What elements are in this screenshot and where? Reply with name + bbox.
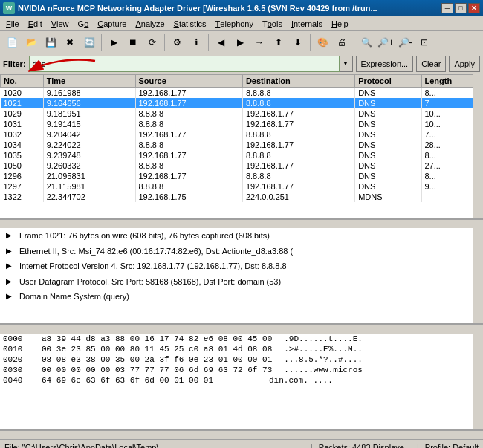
cell-dst: 192.168.1.77	[242, 108, 354, 119]
table-row[interactable]: 1031 9.191415 8.8.8.8 192.168.1.77 DNS 1…	[1, 119, 483, 129]
expression-button[interactable]: Expression...	[356, 56, 414, 72]
menu-edit[interactable]: Edit	[24, 16, 47, 30]
packet-list-hscroll[interactable]	[0, 219, 483, 228]
detail-text: User Datagram Protocol, Src Port: 58168 …	[19, 276, 281, 288]
cell-no: 1032	[1, 129, 44, 140]
tb-fwd-btn[interactable]: ▶	[231, 33, 249, 51]
menu-internals[interactable]: Internals	[287, 16, 327, 30]
apply-button[interactable]: Apply	[449, 56, 480, 72]
packet-detail: ▶Frame 1021: 76 bytes on wire (608 bits)…	[0, 228, 483, 325]
table-row[interactable]: 1296 21.095831 192.168.1.77 8.8.8.8 DNS …	[1, 171, 483, 181]
detail-row[interactable]: ▶Domain Name System (query)	[0, 289, 483, 305]
tb-zoom-normal[interactable]: ⊡	[415, 33, 433, 51]
tb-open-btn[interactable]: 📂	[22, 33, 40, 51]
col-header-src[interactable]: Source	[135, 75, 242, 88]
maximize-button[interactable]: □	[455, 3, 467, 13]
table-row[interactable]: 1322 22.344702 192.168.1.75 224.0.0.251 …	[1, 192, 483, 202]
cell-time: 21.115981	[43, 181, 135, 192]
menu-capture[interactable]: Capture	[93, 16, 131, 30]
detail-scrollbar[interactable]	[473, 228, 483, 323]
hex-row: 0040 64 69 6e 63 6f 63 6f 6d 00 01 00 01…	[0, 375, 483, 386]
tb-bottom-btn[interactable]: ⬇	[289, 33, 307, 51]
hex-ascii: ...8.5.*?..#....	[284, 355, 363, 364]
detail-text: Internet Protocol Version 4, Src: 192.16…	[19, 260, 287, 273]
menu-view[interactable]: View	[47, 16, 74, 30]
tb-close-btn[interactable]: ✖	[61, 33, 79, 51]
expand-icon[interactable]: ▶	[6, 260, 15, 271]
tb-new-btn[interactable]: 📄	[3, 33, 21, 51]
table-row[interactable]: 1034 9.224022 8.8.8.8 192.168.1.77 DNS 2…	[1, 140, 483, 150]
tb-info-btn[interactable]: ℹ	[187, 33, 205, 51]
detail-row[interactable]: ▶Frame 1021: 76 bytes on wire (608 bits)…	[0, 228, 483, 244]
col-header-no[interactable]: No.	[1, 75, 44, 88]
tb-top-btn[interactable]: ⬆	[270, 33, 288, 51]
expand-icon[interactable]: ▶	[6, 245, 15, 256]
detail-text: Domain Name System (query)	[19, 290, 129, 303]
tb-stop-btn[interactable]: ⏹	[124, 33, 142, 51]
cell-proto: DNS	[355, 88, 421, 99]
table-row[interactable]: 1020 9.161988 192.168.1.77 8.8.8.8 DNS 8…	[1, 88, 483, 99]
menu-go[interactable]: Go	[74, 16, 94, 30]
detail-row[interactable]: ▶Internet Protocol Version 4, Src: 192.1…	[0, 259, 483, 274]
col-header-proto[interactable]: Protocol	[355, 75, 421, 88]
tb-back-btn[interactable]: ◀	[212, 33, 230, 51]
detail-hscroll[interactable]	[0, 325, 483, 334]
hex-row: 0000 a8 39 44 d8 a3 88 00 16 17 74 82 e6…	[0, 334, 483, 344]
table-row[interactable]: 1297 21.115981 8.8.8.8 192.168.1.77 DNS …	[1, 181, 483, 192]
packet-list: No. Time Source Destination Protocol Len…	[0, 74, 483, 219]
tb-save-btn[interactable]: 💾	[42, 33, 59, 51]
hex-offset: 0010	[3, 345, 30, 354]
clear-button[interactable]: Clear	[416, 56, 446, 72]
filter-input[interactable]	[29, 56, 340, 72]
expand-icon[interactable]: ▶	[6, 230, 15, 241]
tb-start-btn[interactable]: ▶	[105, 33, 123, 51]
tb-coloring-btn[interactable]: 🎨	[314, 33, 331, 51]
cell-dst: 192.168.1.77	[242, 160, 354, 171]
detail-text: Ethernet II, Src: Msi_74:82:e6 (00:16:17…	[19, 245, 293, 258]
menu-file[interactable]: File	[1, 16, 24, 30]
packet-list-scrollbar[interactable]	[473, 74, 483, 218]
cell-dst: 8.8.8.8	[242, 98, 354, 108]
detail-row[interactable]: ▶User Datagram Protocol, Src Port: 58168…	[0, 274, 483, 290]
col-header-dst[interactable]: Destination	[242, 75, 354, 88]
detail-row[interactable]: ▶Ethernet II, Src: Msi_74:82:e6 (00:16:1…	[0, 244, 483, 259]
hex-ascii: din.com. ....	[269, 376, 333, 385]
minimize-button[interactable]: ─	[441, 3, 453, 13]
table-row[interactable]: 1050 9.260332 8.8.8.8 192.168.1.77 DNS 2…	[1, 160, 483, 171]
tb-restart-btn[interactable]: ⟳	[143, 33, 161, 51]
col-header-time[interactable]: Time	[43, 75, 135, 88]
cell-dst: 192.168.1.77	[242, 119, 354, 129]
tb-zoomin-btn[interactable]: 🔎+	[377, 33, 395, 51]
expand-icon[interactable]: ▶	[6, 290, 15, 302]
expand-icon[interactable]: ▶	[6, 276, 15, 287]
tb-zoomout-btn[interactable]: 🔎-	[396, 33, 414, 51]
hex-offset: 0020	[3, 355, 30, 364]
hex-dump: 0000 a8 39 44 d8 a3 88 00 16 17 74 82 e6…	[0, 334, 483, 430]
menu-bar: File Edit View Go Capture Analyze Statis…	[0, 16, 483, 31]
filter-dropdown-btn[interactable]: ▼	[340, 56, 353, 72]
menu-tools[interactable]: Tools	[258, 16, 287, 30]
tb-print-btn[interactable]: 🖨	[333, 33, 351, 51]
table-row[interactable]: 1035 9.239748 192.168.1.77 8.8.8.8 DNS 8…	[1, 150, 483, 160]
menu-statistics[interactable]: Statistics	[169, 16, 211, 30]
hex-offset: 0040	[3, 376, 30, 385]
tb-options-btn[interactable]: ⚙	[168, 33, 186, 51]
hex-hscroll[interactable]	[0, 430, 483, 439]
tb-sep4	[310, 34, 311, 51]
table-row[interactable]: 1021 9.164656 192.168.1.77 8.8.8.8 DNS 7	[1, 98, 483, 108]
close-button[interactable]: ✕	[468, 3, 480, 13]
hex-scrollbar[interactable]	[473, 334, 483, 429]
tb-search-btn[interactable]: 🔍	[357, 33, 375, 51]
menu-help[interactable]: Help	[327, 16, 353, 30]
status-profile: Profile: Default	[425, 443, 479, 449]
cell-src: 8.8.8.8	[135, 160, 242, 171]
menu-telephony[interactable]: Telephony	[211, 16, 258, 30]
menu-analyze[interactable]: Analyze	[131, 16, 169, 30]
cell-no: 1035	[1, 150, 44, 160]
cell-no: 1296	[1, 171, 44, 181]
cell-dst: 8.8.8.8	[242, 129, 354, 140]
table-row[interactable]: 1029 9.181951 8.8.8.8 192.168.1.77 DNS 1…	[1, 108, 483, 119]
table-row[interactable]: 1032 9.204042 192.168.1.77 8.8.8.8 DNS 7…	[1, 129, 483, 140]
tb-reload-btn[interactable]: 🔄	[80, 33, 98, 51]
tb-goto-btn[interactable]: →	[250, 33, 268, 51]
